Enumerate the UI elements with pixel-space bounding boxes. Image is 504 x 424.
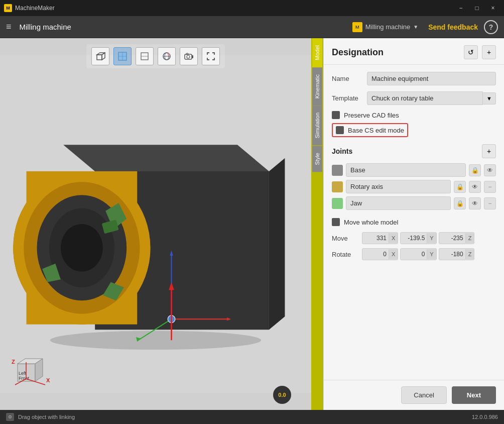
svg-text:Left: Left	[19, 371, 27, 376]
svg-marker-20	[269, 158, 285, 330]
svg-point-13	[187, 55, 190, 58]
refresh-button[interactable]: ↺	[464, 45, 478, 59]
svg-marker-19	[63, 145, 269, 171]
template-input[interactable]	[367, 91, 483, 105]
svg-point-17	[50, 331, 261, 350]
move-y-axis: Y	[427, 233, 436, 243]
view-fit-button[interactable]	[202, 47, 220, 65]
move-whole-checkbox[interactable]	[332, 218, 340, 226]
move-y-input[interactable]	[401, 233, 427, 244]
joint-rotary-input[interactable]	[346, 180, 451, 193]
move-x-wrap: X	[362, 232, 398, 244]
joint-rotary-lock[interactable]: 🔒	[454, 181, 466, 193]
view-camera-button[interactable]	[180, 47, 198, 65]
coord-value: 0.0	[278, 392, 286, 398]
joints-title: Joints	[332, 147, 352, 155]
rotate-x-input[interactable]	[362, 249, 389, 260]
tab-simulation[interactable]: Simulation	[312, 105, 322, 145]
joint-jaw-color	[332, 198, 343, 209]
tab-model[interactable]: Model	[312, 38, 322, 67]
template-label: Template	[332, 94, 367, 102]
name-row: Name	[332, 72, 496, 85]
base-cs-label: Base CS edit mode	[348, 127, 404, 134]
next-button[interactable]: Next	[452, 386, 496, 404]
machine-dropdown-arrow[interactable]: ▼	[413, 24, 418, 30]
base-cs-checkbox[interactable]	[336, 126, 344, 134]
app-name-label: Milling machine	[20, 23, 352, 31]
help-button[interactable]: ?	[484, 20, 498, 34]
joint-jaw-lock[interactable]: 🔒	[454, 197, 466, 209]
joint-rotary-eye[interactable]: 👁	[469, 181, 481, 193]
menu-icon[interactable]: ≡	[6, 22, 12, 32]
view-globe-button[interactable]	[158, 47, 176, 65]
restore-button[interactable]: □	[470, 3, 484, 13]
main-toolbar: ≡ Milling machine M Milling machine ▼ Se…	[0, 16, 504, 38]
joint-base-eye[interactable]: 👁	[484, 164, 496, 176]
statusbar-text: Drag object with linking	[18, 414, 75, 420]
tab-kinematic[interactable]: Kinematic	[312, 67, 322, 105]
preserve-cad-row: Preserve CAD files	[332, 111, 496, 119]
joint-base-input[interactable]	[346, 163, 466, 177]
rotate-y-input[interactable]	[401, 249, 427, 260]
view-side-button[interactable]	[136, 47, 154, 65]
add-designation-button[interactable]: +	[482, 45, 496, 59]
move-y-wrap: Y	[400, 232, 436, 244]
send-feedback-button[interactable]: Send feedback	[428, 23, 478, 31]
view-3d-button[interactable]	[91, 47, 109, 65]
template-dropdown-arrow[interactable]: ▼	[483, 92, 496, 104]
scene-3d[interactable]	[0, 38, 311, 410]
rotate-z-input[interactable]	[439, 249, 465, 260]
window-controls: − □ ×	[454, 3, 500, 13]
move-z-wrap: Z	[439, 232, 475, 244]
joint-base-row: 🔒 👁	[332, 163, 496, 177]
joint-jaw-eye[interactable]: 👁	[469, 197, 481, 209]
joint-jaw-remove[interactable]: −	[484, 197, 496, 209]
side-tabs: Model Kinematic Simulation Style	[311, 38, 323, 410]
rotate-x-axis: X	[389, 249, 398, 259]
joints-section-header: Joints +	[332, 144, 496, 158]
titlebar: M MachineMaker − □ ×	[0, 0, 504, 16]
app-icon: M	[4, 4, 12, 12]
joint-jaw-input[interactable]	[346, 196, 451, 210]
tab-style[interactable]: Style	[312, 146, 322, 172]
rotate-x-wrap: X	[362, 248, 398, 260]
joint-base-lock[interactable]: 🔒	[469, 164, 481, 176]
rotate-y-axis: Y	[427, 249, 436, 259]
name-label: Name	[332, 75, 367, 82]
cancel-button[interactable]: Cancel	[401, 386, 446, 404]
move-whole-row: Move whole model	[332, 218, 496, 226]
axis-indicator: Z X Left Front	[10, 355, 55, 390]
move-z-input[interactable]	[439, 233, 465, 244]
preserve-cad-checkbox[interactable]	[332, 111, 340, 119]
rotate-row: Rotate X Y Z	[332, 248, 496, 260]
viewport[interactable]: Z X Left Front 0.0	[0, 38, 311, 410]
close-button[interactable]: ×	[486, 3, 500, 13]
view-front-button[interactable]	[113, 47, 132, 65]
panel-title: Designation	[332, 47, 384, 58]
svg-rect-15	[192, 55, 193, 58]
preserve-cad-label: Preserve CAD files	[344, 112, 399, 119]
rotate-z-wrap: Z	[439, 248, 475, 260]
joint-rotary-remove[interactable]: −	[484, 181, 496, 193]
add-joint-button[interactable]: +	[482, 144, 496, 158]
rotate-label: Rotate	[332, 251, 362, 258]
move-coords: X Y Z	[362, 232, 496, 244]
joint-jaw-row: 🔒 👁 −	[332, 196, 496, 210]
machine-selector[interactable]: M Milling machine ▼	[352, 22, 419, 32]
statusbar: ⚙ Drag object with linking 12.0.0.986	[0, 410, 504, 424]
svg-text:Z: Z	[12, 359, 15, 365]
move-x-input[interactable]	[362, 233, 389, 244]
template-row: Template ▼	[332, 91, 496, 105]
svg-rect-0	[97, 55, 102, 60]
rotate-z-axis: Z	[465, 249, 474, 259]
svg-point-31	[61, 224, 103, 272]
svg-text:X: X	[46, 377, 50, 383]
rotate-y-wrap: Y	[400, 248, 436, 260]
move-section: Move whole model Move X Y	[332, 218, 496, 260]
minimize-button[interactable]: −	[454, 3, 468, 13]
template-selector[interactable]: ▼	[367, 91, 496, 105]
svg-marker-2	[102, 53, 105, 60]
move-x-axis: X	[389, 233, 398, 243]
name-input[interactable]	[367, 72, 496, 85]
machine-name-label: Milling machine	[365, 23, 411, 31]
